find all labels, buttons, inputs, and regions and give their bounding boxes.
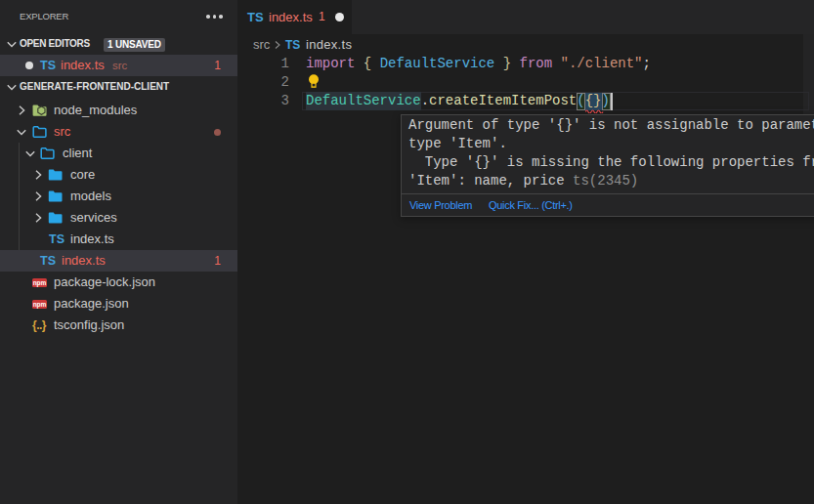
svg-text:npm: npm bbox=[33, 301, 47, 309]
svg-text:npm: npm bbox=[33, 279, 47, 287]
